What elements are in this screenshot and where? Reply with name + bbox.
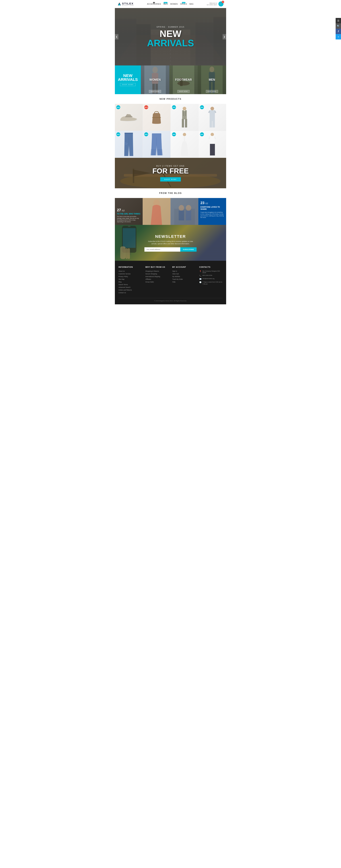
footer-col-contacts: CONTACTS 📍 My Company Glasgow D04 89GR 📞… [199, 266, 223, 294]
cat-new-btn[interactable]: SHOP NOW! [120, 83, 136, 86]
logo-tagline: MAGENTO THEME [122, 5, 134, 6]
blog-image-2 [143, 198, 170, 225]
svg-rect-54 [210, 144, 215, 155]
svg-rect-9 [213, 17, 226, 65]
category-footwear[interactable]: FOOTWEAR SHOP NOW! [169, 65, 198, 94]
footer-link-customer-service[interactable]: Customer Service [118, 273, 142, 275]
product-card[interactable]: NEW [171, 131, 198, 158]
newsletter-form: SUBSCRIBE [144, 247, 196, 252]
product-badge-new: NEW [172, 132, 176, 136]
svg-rect-75 [128, 248, 130, 259]
footer-link-privacy-policy[interactable]: Privacy Policy [118, 276, 142, 277]
footer-link-advanced-search[interactable]: Advanced Search [118, 286, 142, 288]
footer-link-orders-returns[interactable]: Orders and Returns [118, 289, 142, 291]
footer-link-sign-in[interactable]: Sign In [172, 270, 196, 272]
product-card[interactable]: NEW [199, 104, 226, 131]
promo-main-text: FOR FREE [152, 167, 189, 175]
promo-shop-button[interactable]: SHOP NOW! [160, 177, 181, 182]
svg-rect-68 [186, 211, 191, 220]
nav-shoes[interactable]: NEW SHOES [180, 3, 187, 5]
footer-link-my-wishlist[interactable]: My Wishlist [172, 276, 196, 277]
product-card[interactable]: SALE [143, 104, 171, 131]
svg-rect-66 [179, 211, 184, 220]
nav-accessories[interactable]: ▾ ACCESSORIES [147, 3, 161, 5]
product-card[interactable]: NEW [115, 131, 143, 158]
footer-link-about-us[interactable]: About Us [118, 270, 142, 272]
contact-phone-text: 800-2345-6789 [203, 275, 212, 276]
product-badge-new: NEW [116, 132, 120, 136]
blog-item[interactable] [143, 198, 170, 225]
footer-col-information: INFORMATION About Us Customer Service Pr… [118, 266, 142, 294]
contact-phone: 📞 800-2345-6789 [199, 275, 223, 277]
site-footer: INFORMATION About Us Customer Service Pr… [115, 261, 226, 304]
blog-item-overlay-blue: 23 /12 EVERYONE LOVES TO SHARE Forget ab… [198, 198, 226, 225]
hero-subtitle: SPRING · SUMMER 2015 [147, 26, 194, 28]
product-badge-sale: SALE [144, 105, 148, 109]
footer-link-affiliates[interactable]: Affiliates [145, 278, 169, 280]
footer-link-help[interactable]: Help [172, 281, 196, 283]
svg-point-52 [210, 133, 214, 136]
cat-men-btn[interactable]: SHOP NOW! [206, 90, 218, 93]
nav-women[interactable]: WOMEN [170, 3, 178, 5]
email-icon: ✉️ [199, 278, 201, 280]
blog-title-4: EVERYONE LOVES TO SHARE [201, 206, 224, 210]
svg-rect-6 [115, 19, 136, 65]
newsletter-email-input[interactable] [144, 247, 180, 252]
footer-contacts-title: CONTACTS [199, 266, 223, 268]
logo-text: STILEX [122, 2, 134, 5]
product-card[interactable]: NEW [143, 131, 171, 158]
hero-slider: ❮ SPRING · SUMMER 2015 NEW ARRIVALS ❯ [115, 8, 226, 65]
category-new-arrivals[interactable]: NEW ARRIVALS SHOP NOW! [115, 65, 141, 94]
hero-next-button[interactable]: ❯ [223, 34, 226, 39]
svg-rect-24 [125, 116, 132, 117]
newsletter-subscribe-button[interactable]: SUBSCRIBE [180, 247, 196, 252]
footer-link-view-cart[interactable]: View Cart [172, 273, 196, 275]
contact-email-text: info@demolink.org [203, 278, 214, 279]
svg-rect-53 [210, 136, 214, 144]
clock-icon: 🕐 [199, 281, 201, 283]
newsletter-content: NEWSLETTER Subscribe to the STILEX maili… [141, 230, 200, 255]
svg-rect-47 [152, 133, 162, 138]
bag-illustration [151, 109, 162, 125]
phone-icon: 📞 [199, 275, 201, 277]
footer-link-search-terms[interactable]: Search Terms [118, 284, 142, 285]
logo-area[interactable]: STILEX MAGENTO THEME [117, 2, 134, 6]
footer-link-shopping-returns[interactable]: Shopping & Returns [145, 270, 169, 272]
product-card[interactable]: NEW [171, 104, 198, 131]
nav-men[interactable]: ONLY MEN [163, 3, 168, 5]
category-men[interactable]: MEN SHOP NOW! [198, 65, 226, 94]
cat-new-title2: ARRIVALS [118, 78, 138, 82]
blog-item[interactable]: 23 /12 EVERYONE LOVES TO SHARE Forget ab… [198, 198, 226, 225]
svg-rect-74 [126, 248, 128, 259]
footer-copyright: © 2015 Magento Demo Store. All Rights Re… [118, 298, 223, 302]
cat-footwear-btn[interactable]: SHOP NOW! [177, 90, 190, 93]
footer-link-blog[interactable]: Blog [118, 281, 142, 283]
blog-item[interactable] [171, 198, 198, 225]
footer-link-contact-us[interactable]: Contact Us [118, 292, 142, 293]
nav-bag[interactable]: BAG [190, 3, 194, 5]
footer-link-group-sales[interactable]: Group Sales [145, 281, 169, 283]
svg-point-38 [210, 107, 214, 110]
category-women[interactable]: WOMEN SHOP NOW! [141, 65, 169, 94]
blog-grid: 27 /12 TO THE GIRL WHO THINKS Our store … [115, 198, 226, 225]
promo-top-text: BUY 2 ITEMS GET ONE [152, 165, 189, 167]
product-card[interactable]: NEW [115, 104, 143, 131]
cat-women-content: WOMEN SHOP NOW! [141, 65, 169, 94]
footer-link-international-shipping[interactable]: International Shipping [145, 276, 169, 277]
hero-prev-button[interactable]: ❮ [115, 34, 118, 39]
new-products-section: NEW PRODUCTS NEW SALE [115, 94, 226, 158]
footer-link-secure-shopping[interactable]: Secure Shopping [145, 273, 169, 275]
cat-women-btn[interactable]: SHOP NOW! [149, 90, 161, 93]
footer-link-track-order[interactable]: Track My Order [172, 278, 196, 280]
footer-link-site-map[interactable]: Site Map [118, 278, 142, 280]
svg-rect-73 [120, 246, 126, 259]
cat-women-label: WOMEN [149, 78, 161, 82]
site-header: STILEX MAGENTO THEME ▾ ACCESSORIES ONLY … [115, 0, 226, 8]
cat-footwear-label: FOOTWEAR [175, 78, 192, 82]
cart-button[interactable]: 🛒 0 [218, 1, 224, 6]
blog-item[interactable]: 27 /12 TO THE GIRL WHO THINKS Our store … [115, 198, 143, 225]
hero-title2: ARRIVALS [147, 38, 194, 48]
product-card[interactable]: NEW [199, 131, 226, 158]
svg-point-31 [182, 107, 186, 110]
svg-rect-32 [182, 110, 187, 119]
